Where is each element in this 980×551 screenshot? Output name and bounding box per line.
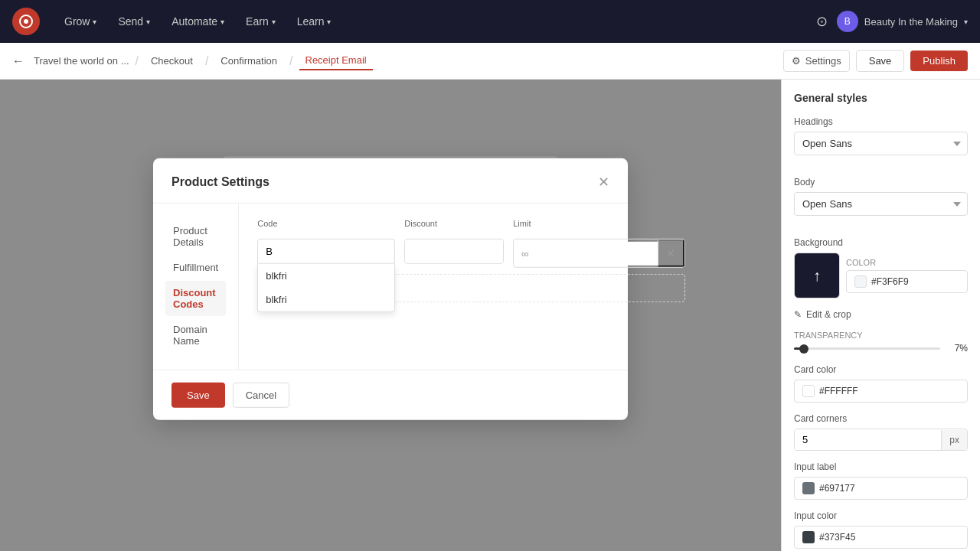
headings-label: Headings — [794, 116, 968, 127]
background-preview[interactable]: ↑ — [794, 253, 840, 298]
headings-select[interactable]: Open Sans — [794, 132, 968, 155]
edit-crop-button[interactable]: ✎ Edit & crop — [794, 309, 968, 320]
breadcrumb-actions: ⚙ Settings Save Publish — [783, 50, 968, 72]
discount-header-row: Code Discount Limit — [257, 219, 685, 233]
modal-cancel-button[interactable]: Cancel — [233, 383, 289, 408]
breadcrumb-title: Travel the world on ... — [34, 55, 129, 67]
sidebar-item-domain-name[interactable]: Domain Name — [165, 318, 226, 353]
remove-limit-button[interactable]: ✕ — [658, 240, 684, 267]
code-label: Code — [257, 219, 395, 228]
discount-input[interactable] — [405, 240, 504, 263]
headings-row: Headings Open Sans — [794, 116, 968, 166]
card-color-swatch — [802, 385, 815, 397]
color-swatch — [854, 276, 867, 288]
svg-point-1 — [24, 19, 28, 24]
code-dropdown: blkfri blkfri — [257, 264, 395, 312]
breadcrumb-bar: ← Travel the world on ... / Checkout / C… — [0, 43, 980, 80]
right-panel: General styles Headings Open Sans Body O… — [781, 80, 980, 551]
dropdown-item-1[interactable]: blkfri — [258, 288, 394, 311]
card-color-label: Card color — [794, 364, 968, 375]
nav-grow[interactable]: Grow ▾ — [55, 11, 106, 32]
body-select[interactable]: Open Sans — [794, 192, 968, 216]
tab-checkout[interactable]: Checkout — [145, 52, 199, 70]
input-color-label: Input color — [794, 510, 968, 521]
color-info: COLOR #F3F6F9 — [846, 258, 968, 293]
input-color-row: Input color #373F45 — [794, 510, 968, 549]
dropdown-item-0[interactable]: blkfri — [258, 264, 394, 288]
input-color-input[interactable]: #373F45 — [794, 526, 968, 549]
discount-entry-row: blkfri blkfri $ ▾ — [257, 239, 685, 268]
product-settings-modal: Product Settings ✕ Product Details Fulfi… — [153, 158, 628, 420]
card-corners-row: Card corners px — [794, 413, 968, 451]
settings-button[interactable]: ⚙ Settings — [783, 50, 850, 72]
limit-input[interactable] — [514, 241, 658, 265]
learn-chevron-icon: ▾ — [327, 18, 331, 26]
send-chevron-icon: ▾ — [146, 18, 150, 26]
discount-label: Discount — [404, 219, 504, 228]
transparency-slider-row: 7% — [794, 343, 968, 354]
modal-sidebar: Product Details Fulfillment Discount Cod… — [153, 204, 239, 370]
card-color-row: Card color #FFFFFF — [794, 364, 968, 403]
nav-send[interactable]: Send ▾ — [109, 11, 159, 32]
tab-receipt-email[interactable]: Receipt Email — [299, 51, 373, 70]
input-label-swatch — [802, 482, 815, 494]
sidebar-item-fulfillment[interactable]: Fulfillment — [165, 256, 226, 279]
edit-icon: ✎ — [794, 309, 802, 320]
body-label: Body — [794, 177, 968, 187]
code-field-wrapper: blkfri blkfri — [257, 239, 395, 264]
card-color-input[interactable]: #FFFFFF — [794, 380, 968, 403]
input-label-color-input[interactable]: #697177 — [794, 477, 968, 500]
transparency-row: TRANSPARENCY 7% — [794, 331, 968, 354]
earn-chevron-icon: ▾ — [272, 18, 276, 26]
upload-icon: ↑ — [813, 267, 821, 285]
grow-chevron-icon: ▾ — [93, 18, 96, 26]
limit-label: Limit — [513, 219, 685, 228]
card-corners-unit: px — [941, 430, 967, 450]
input-label-row: Input label #697177 — [794, 461, 968, 500]
card-corners-number[interactable] — [795, 429, 941, 450]
settings-icon: ⚙ — [792, 55, 801, 67]
modal-save-button[interactable]: Save — [172, 383, 225, 408]
search-icon[interactable]: ⊙ — [816, 13, 828, 30]
back-button[interactable]: ← — [12, 54, 24, 68]
user-chevron-icon: ▾ — [964, 18, 968, 26]
automate-chevron-icon: ▾ — [220, 18, 224, 26]
card-corners-input: px — [794, 429, 968, 451]
save-button[interactable]: Save — [856, 50, 905, 72]
background-color-input[interactable]: #F3F6F9 — [846, 270, 968, 293]
background-color-row: ↑ COLOR #F3F6F9 — [794, 253, 968, 298]
modal-close-button[interactable]: ✕ — [598, 174, 609, 191]
code-input[interactable] — [257, 239, 395, 264]
card-corners-label: Card corners — [794, 413, 968, 424]
modal-header: Product Settings ✕ — [153, 158, 628, 204]
modal-title: Product Settings — [172, 175, 270, 189]
nav-learn[interactable]: Learn ▾ — [288, 11, 341, 32]
sidebar-item-product-details[interactable]: Product Details — [165, 219, 226, 254]
panel-title: General styles — [794, 92, 968, 104]
page-canvas: AMOUNT PAID $35.00 ORDER DATE 11/19/2021… — [0, 80, 781, 551]
sidebar-item-discount-codes[interactable]: Discount Codes — [165, 281, 226, 316]
app-logo[interactable] — [12, 8, 40, 35]
input-color-swatch — [802, 531, 815, 543]
nav-menu: Grow ▾ Send ▾ Automate ▾ Earn ▾ Learn ▾ — [55, 11, 810, 32]
background-row: Background ↑ COLOR #F3F6F9 ✎ Edit & crop — [794, 237, 968, 354]
tab-confirmation[interactable]: Confirmation — [214, 52, 283, 70]
limit-input-wrapper: ✕ — [513, 239, 685, 268]
body-row: Body Open Sans — [794, 177, 968, 227]
avatar: B — [837, 11, 858, 32]
background-label: Background — [794, 237, 968, 248]
top-nav: Grow ▾ Send ▾ Automate ▾ Earn ▾ Learn ▾ … — [0, 0, 980, 43]
modal-discount-content: Code Discount Limit — [239, 204, 704, 370]
transparency-slider[interactable] — [794, 347, 940, 350]
nav-right: ⊙ B Beauty In the Making ▾ — [816, 11, 968, 32]
modal-body: Product Details Fulfillment Discount Cod… — [153, 204, 628, 370]
publish-button[interactable]: Publish — [910, 51, 968, 71]
input-label-label: Input label — [794, 461, 968, 472]
nav-automate[interactable]: Automate ▾ — [162, 11, 234, 32]
main-area: AMOUNT PAID $35.00 ORDER DATE 11/19/2021… — [0, 80, 980, 551]
user-menu[interactable]: B Beauty In the Making ▾ — [837, 11, 968, 32]
discount-input-wrapper: $ ▾ — [404, 239, 504, 264]
nav-earn[interactable]: Earn ▾ — [237, 11, 285, 32]
modal-footer: Save Cancel — [153, 370, 628, 420]
